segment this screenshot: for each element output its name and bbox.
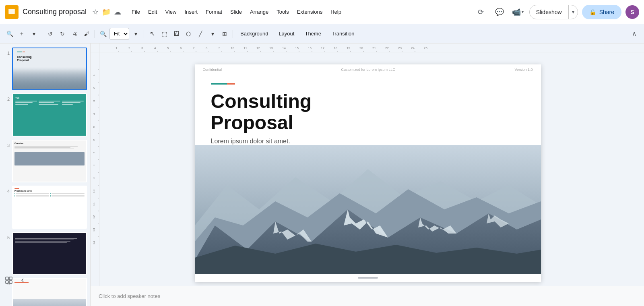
svg-rect-91 <box>9 281 12 283</box>
folder-icon[interactable]: 📁 <box>102 8 111 17</box>
slide-thumb-img-1[interactable]: ConsultingProposal <box>12 48 87 90</box>
slideshow-button[interactable]: Slideshow ▾ <box>529 5 578 19</box>
select-shape-icon[interactable]: ⬚ <box>159 27 170 40</box>
svg-rect-89 <box>9 277 12 280</box>
slide-thumbnail-2[interactable]: 2 TOC <box>3 93 87 136</box>
collapse-panel-icon[interactable] <box>17 275 28 286</box>
svg-text:11: 11 <box>92 202 96 206</box>
svg-text:5: 5 <box>167 46 169 50</box>
line-dropdown[interactable]: ▾ <box>207 27 218 40</box>
menu-format[interactable]: Format <box>202 7 225 17</box>
slide-title[interactable]: Consulting Proposal <box>211 91 525 134</box>
slide-thumb-img-3[interactable]: Overview <box>12 140 87 182</box>
menu-insert[interactable]: Insert <box>181 7 201 17</box>
slide-num-4: 4 <box>3 186 10 194</box>
svg-text:17: 17 <box>321 46 324 50</box>
menu-slide[interactable]: Slide <box>227 7 245 17</box>
slide-thumbnail-5[interactable]: 5 <box>3 232 87 275</box>
zoom-dropdown-icon[interactable]: ▾ <box>28 27 39 40</box>
document-title[interactable]: Consulting proposal <box>23 8 87 16</box>
slide-thumbnail-3[interactable]: 3 Overview <box>3 140 87 182</box>
slide-thumb-img-5[interactable] <box>12 232 87 275</box>
app-icon <box>5 5 19 19</box>
meet-icon[interactable]: 📹▾ <box>511 5 525 19</box>
menu-tools[interactable]: Tools <box>273 7 292 17</box>
paint-format-icon[interactable]: 🖌 <box>81 27 92 40</box>
slide-content[interactable]: Consulting Proposal Lorem ipsum dolor si… <box>195 75 541 282</box>
toolbar-search-group: 🔍 <box>4 27 15 40</box>
zoom-icon[interactable]: 🔍 <box>97 27 109 40</box>
textbox-icon[interactable]: ⊞ <box>219 27 230 40</box>
svg-text:21: 21 <box>372 46 376 50</box>
menu-file[interactable]: File <box>128 7 143 17</box>
cloud-icon[interactable]: ☁ <box>114 8 121 17</box>
slide-thumbnail-4[interactable]: 4 Problems to solve <box>3 186 87 228</box>
svg-text:2: 2 <box>128 46 130 50</box>
slide-num-2: 2 <box>3 93 10 101</box>
search-icon[interactable]: 🔍 <box>4 27 15 40</box>
svg-text:20: 20 <box>359 46 363 50</box>
bar-orange <box>227 83 235 85</box>
cursor-icon[interactable]: ↖ <box>147 27 158 40</box>
slide-progress <box>195 274 541 282</box>
menu-view[interactable]: View <box>162 7 180 17</box>
layout-button[interactable]: Layout <box>274 27 299 40</box>
grid-view-icon[interactable] <box>3 275 14 286</box>
share-label: Share <box>599 9 614 15</box>
svg-text:18: 18 <box>334 46 337 50</box>
undo-icon[interactable]: ↺ <box>45 27 56 40</box>
svg-text:4: 4 <box>92 113 96 115</box>
toolbar-right: ∧ <box>629 28 640 39</box>
slideshow-dropdown-icon[interactable]: ▾ <box>568 5 578 19</box>
svg-rect-0 <box>9 9 15 14</box>
svg-text:9: 9 <box>219 46 221 50</box>
menu-edit[interactable]: Edit <box>145 7 160 17</box>
menu-arrange[interactable]: Arrange <box>247 7 272 17</box>
background-button[interactable]: Background <box>235 27 273 40</box>
toolbar-sep-4 <box>233 30 233 38</box>
theme-button[interactable]: Theme <box>300 27 326 40</box>
bar-green <box>211 83 227 85</box>
svg-text:15: 15 <box>295 46 299 50</box>
svg-text:7: 7 <box>193 46 195 50</box>
speaker-notes[interactable]: Click to add speaker notes <box>91 286 644 306</box>
shapes-icon[interactable]: ⬡ <box>183 27 194 40</box>
star-icon[interactable]: ☆ <box>92 8 99 17</box>
transition-button[interactable]: Transition <box>327 27 359 40</box>
slide-thumb-img-4[interactable]: Problems to solve <box>12 186 87 228</box>
redo-icon[interactable]: ↻ <box>57 27 68 40</box>
svg-text:11: 11 <box>244 46 247 50</box>
zoom-select[interactable]: Fit <box>109 28 129 40</box>
avatar[interactable]: S <box>625 5 639 19</box>
slide-title-line2: Proposal <box>211 112 293 133</box>
menu-help[interactable]: Help <box>327 7 345 17</box>
toolbar-sep-1 <box>42 30 42 38</box>
menu-extensions[interactable]: Extensions <box>294 7 326 17</box>
svg-text:16: 16 <box>308 46 312 50</box>
title-bar: Consulting proposal ☆ 📁 ☁ File Edit View… <box>0 0 644 24</box>
svg-text:1: 1 <box>116 46 118 50</box>
slide-subtitle[interactable]: Lorem ipsum dolor sit amet. <box>211 138 525 145</box>
image-icon[interactable]: 🖼 <box>171 27 182 40</box>
slide-num-1: 1 <box>3 48 10 56</box>
svg-text:13: 13 <box>269 46 273 50</box>
comments-icon[interactable]: 💬 <box>492 5 507 19</box>
slide-canvas-area: 1 2 3 4 5 6 7 8 <box>91 52 644 286</box>
line-icon[interactable]: ╱ <box>195 27 206 40</box>
editor-area: 1 2 3 4 5 6 7 8 9 10 11 12 13 14 <box>91 43 644 306</box>
slide-title-line1: Consulting <box>211 91 312 112</box>
slide-thumb-img-2[interactable]: TOC <box>12 93 87 136</box>
slide-thumbnail-1[interactable]: 1 ConsultingProposal <box>3 48 87 90</box>
slide-scroll-area[interactable]: Confidential Customized for Lorem Ipsum … <box>99 52 644 286</box>
horizontal-ruler: 1 2 3 4 5 6 7 8 9 10 11 12 13 14 <box>91 43 644 52</box>
share-button[interactable]: 🔒 Share <box>582 5 621 19</box>
zoom-in-icon[interactable]: ＋ <box>16 27 27 40</box>
svg-text:25: 25 <box>424 46 427 50</box>
toolbar: 🔍 ＋ ▾ ↺ ↻ 🖨 🖌 🔍 Fit ▾ ↖ ⬚ 🖼 ⬡ ╱ ▾ ⊞ Back… <box>0 24 644 43</box>
print-icon[interactable]: 🖨 <box>69 27 80 40</box>
toolbar-sep-3 <box>144 30 144 38</box>
main-slide[interactable]: Confidential Customized for Lorem Ipsum … <box>195 64 541 282</box>
zoom-select-arrow[interactable]: ▾ <box>130 27 141 40</box>
collapse-toolbar-icon[interactable]: ∧ <box>629 28 640 39</box>
history-icon[interactable]: ⟳ <box>474 5 488 19</box>
